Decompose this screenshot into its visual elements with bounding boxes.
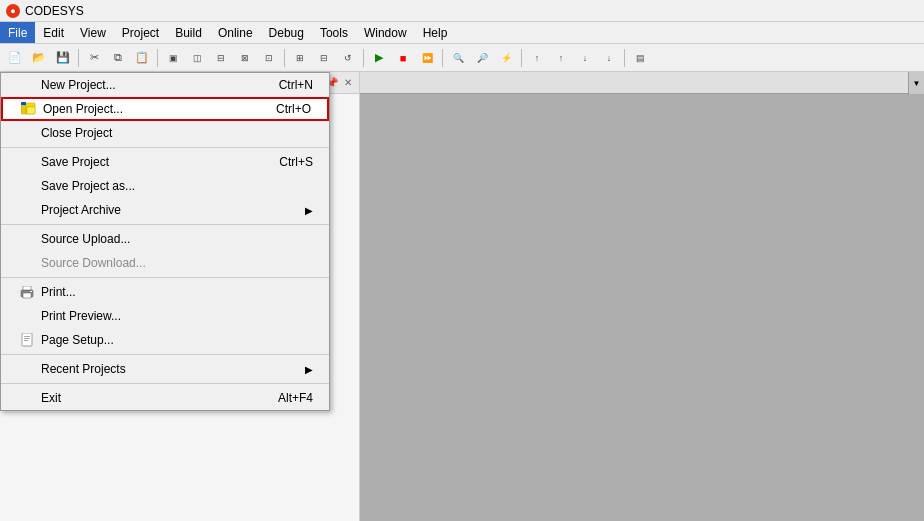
svg-rect-3 [21,102,26,105]
scroll-arrow-down[interactable]: ▼ [908,72,924,94]
menu-item-help[interactable]: Help [415,22,456,43]
toolbar-b10[interactable]: 🔍 [447,47,469,69]
app-icon: ● [6,4,20,18]
svg-rect-5 [23,286,31,290]
menu-item-view[interactable]: View [72,22,114,43]
toolbar-cut[interactable]: ✂ [83,47,105,69]
menu-save-project-as[interactable]: Save Project as... [1,174,329,198]
svg-rect-8 [22,333,32,346]
toolbar-sep-1 [78,49,79,67]
print-preview-icon [17,308,37,324]
menu-recent-projects[interactable]: Recent Projects ▶ [1,357,329,381]
sep-1 [1,147,329,148]
svg-rect-9 [24,336,30,337]
menu-item-edit[interactable]: Edit [35,22,72,43]
toolbar-b5[interactable]: ⊡ [258,47,280,69]
toolbar-b9[interactable]: ⏩ [416,47,438,69]
right-panel-inner: ▼ [360,72,924,521]
menu-source-upload[interactable]: Source Upload... [1,227,329,251]
menu-item-online[interactable]: Online [210,22,261,43]
recent-projects-icon [17,361,37,377]
menu-project-archive[interactable]: Project Archive ▶ [1,198,329,222]
svg-rect-11 [24,340,28,341]
toolbar-b11[interactable]: 🔎 [471,47,493,69]
menu-save-project[interactable]: Save Project Ctrl+S [1,150,329,174]
sep-5 [1,383,329,384]
toolbar-sep-7 [624,49,625,67]
toolbar-b13[interactable]: ↑ [526,47,548,69]
menu-source-download: Source Download... [1,251,329,275]
toolbar-b7[interactable]: ⊟ [313,47,335,69]
sep-2 [1,224,329,225]
toolbar-b15[interactable]: ↓ [574,47,596,69]
new-project-icon [17,77,37,93]
save-project-as-icon [17,178,37,194]
toolbar-new[interactable]: 📄 [4,47,26,69]
menu-print[interactable]: Print... [1,280,329,304]
menu-item-window[interactable]: Window [356,22,415,43]
menu-item-build[interactable]: Build [167,22,210,43]
open-project-icon [19,101,39,117]
menu-item-debug[interactable]: Debug [261,22,312,43]
toolbar-b17[interactable]: ▤ [629,47,651,69]
save-project-icon [17,154,37,170]
toolbar-b4[interactable]: ⊠ [234,47,256,69]
toolbar-stop[interactable]: ■ [392,47,414,69]
title-bar: ● CODESYS [0,0,924,22]
menu-item-file[interactable]: File [0,22,35,43]
sep-3 [1,277,329,278]
toolbar-play[interactable]: ▶ [368,47,390,69]
svg-rect-10 [24,338,30,339]
source-download-icon [17,255,37,271]
toolbar: 📄 📂 💾 ✂ ⧉ 📋 ▣ ◫ ⊟ ⊠ ⊡ ⊞ ⊟ ↺ ▶ ■ ⏩ 🔍 🔎 ⚡ … [0,44,924,72]
toolbar-save[interactable]: 💾 [52,47,74,69]
toolbar-b1[interactable]: ▣ [162,47,184,69]
toolbar-open[interactable]: 📂 [28,47,50,69]
toolbar-b14[interactable]: ↑ [550,47,572,69]
menu-page-setup[interactable]: Page Setup... [1,328,329,352]
menu-exit[interactable]: Exit Alt+F4 [1,386,329,410]
right-panel: ▼ [360,72,924,521]
file-dropdown-menu: New Project... Ctrl+N Open Project... Ct… [0,72,330,411]
menu-new-project[interactable]: New Project... Ctrl+N [1,73,329,97]
source-upload-icon [17,231,37,247]
toolbar-b8[interactable]: ↺ [337,47,359,69]
toolbar-sep-3 [284,49,285,67]
toolbar-b12[interactable]: ⚡ [495,47,517,69]
panel-close-button[interactable]: ✕ [341,76,355,90]
menu-open-project[interactable]: Open Project... Ctrl+O [1,97,329,121]
print-icon [17,284,37,300]
toolbar-sep-6 [521,49,522,67]
menu-close-project[interactable]: Close Project [1,121,329,145]
toolbar-sep-4 [363,49,364,67]
sep-4 [1,354,329,355]
toolbar-paste[interactable]: 📋 [131,47,153,69]
menu-item-tools[interactable]: Tools [312,22,356,43]
toolbar-sep-2 [157,49,158,67]
close-project-icon [17,125,37,141]
left-panel: 📌 ✕ New Project... Ctrl+N [0,72,360,521]
svg-rect-2 [27,107,35,114]
svg-rect-7 [30,291,32,292]
menu-bar: File Edit View Project Build Online Debu… [0,22,924,44]
svg-rect-6 [23,293,31,298]
toolbar-b2[interactable]: ◫ [186,47,208,69]
toolbar-b16[interactable]: ↓ [598,47,620,69]
toolbar-b3[interactable]: ⊟ [210,47,232,69]
exit-icon [17,390,37,406]
page-setup-icon [17,332,37,348]
toolbar-b6[interactable]: ⊞ [289,47,311,69]
menu-print-preview[interactable]: Print Preview... [1,304,329,328]
project-archive-icon [17,202,37,218]
toolbar-sep-5 [442,49,443,67]
menu-item-project[interactable]: Project [114,22,167,43]
toolbar-copy[interactable]: ⧉ [107,47,129,69]
main-area: 📌 ✕ New Project... Ctrl+N [0,72,924,521]
app-title: CODESYS [25,4,84,18]
